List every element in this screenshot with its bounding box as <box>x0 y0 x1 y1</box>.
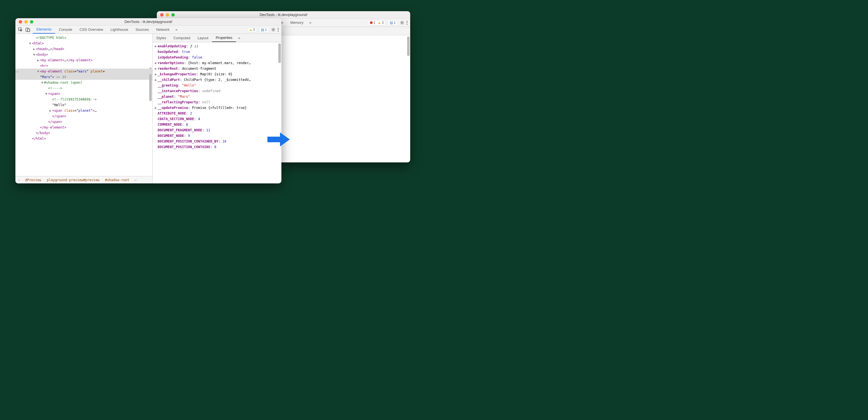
titlebar: DevTools - lit.dev/playground/ <box>16 18 281 26</box>
tab-elements[interactable]: Elements <box>33 26 55 34</box>
dom-node[interactable]: </span> <box>16 113 152 119</box>
breadcrumb-bar: ⋯dPreviewplayground-preview#preview#shad… <box>16 176 152 183</box>
tab-css-overview[interactable]: CSS Overview <box>76 26 107 34</box>
dom-node[interactable]: </span> <box>16 119 152 125</box>
breadcrumb-item[interactable]: #shadow-root <box>102 178 132 182</box>
settings-icon[interactable] <box>400 21 404 25</box>
dom-node[interactable]: </html> <box>16 136 152 141</box>
scrollbar-thumb[interactable] <box>278 43 281 63</box>
device-icon[interactable] <box>26 27 30 32</box>
window-title: DevTools - lit.dev/playground/ <box>179 12 410 17</box>
close-traffic-light[interactable] <box>160 13 163 17</box>
messages-badge[interactable]: ▤1 <box>388 20 398 25</box>
svg-rect-7 <box>27 29 30 32</box>
tab-memory[interactable]: Memory <box>287 19 307 27</box>
traffic-lights <box>16 20 38 24</box>
property-row[interactable]: isUpdatePending: false <box>155 55 279 60</box>
property-row[interactable]: DOCUMENT_POSITION_CONTAINED_BY: 16 <box>155 139 279 144</box>
svg-point-4 <box>402 22 403 23</box>
window-title: DevTools - lit.dev/playground/ <box>38 20 281 24</box>
property-row[interactable]: __greeting: "Hello" <box>155 83 279 88</box>
property-row[interactable]: CDATA_SECTION_NODE: 4 <box>155 116 279 122</box>
dom-node[interactable]: ▼<my-element class="mars" planet= <box>16 69 152 74</box>
dom-node[interactable]: ▶<span class="planet">… <box>16 108 152 113</box>
property-row[interactable]: __instanceProperties: undefined <box>155 88 279 94</box>
kebab-menu-icon[interactable] <box>407 21 407 25</box>
property-row[interactable]: __reflectingProperty: null <box>155 99 279 105</box>
arrow-icon <box>268 131 290 148</box>
dom-node[interactable]: <hr> <box>16 63 152 69</box>
dom-node[interactable]: </body> <box>16 130 152 136</box>
property-row[interactable]: ▶_$changedProperties: Map(0) {size: 0} <box>155 71 279 77</box>
dom-node[interactable]: ▼<html> <box>16 40 152 46</box>
dom-node[interactable]: "Hello" <box>16 102 152 108</box>
dom-node[interactable]: <!----> <box>16 85 152 91</box>
property-row[interactable]: ATTRIBUTE_NODE: 2 <box>155 111 279 116</box>
settings-icon[interactable] <box>271 27 276 32</box>
dom-node[interactable]: "Mars"> == $0 <box>16 74 152 80</box>
property-row[interactable]: ▶__updatePromise: Promise {<fulfilled>: … <box>155 105 279 111</box>
kebab-menu-icon[interactable] <box>278 28 279 32</box>
inspect-icon[interactable] <box>18 27 23 32</box>
property-row[interactable]: hasUpdated: true <box>155 49 279 55</box>
dom-node[interactable]: ▼<span> <box>16 91 152 97</box>
properties-panel[interactable]: ▶enableUpdating: ƒ () hasUpdated: true i… <box>153 42 281 183</box>
tabs-more-icon[interactable]: » <box>307 21 314 25</box>
dom-node[interactable]: ▶<head>…</head> <box>16 46 152 52</box>
tab-console[interactable]: Console <box>55 26 76 34</box>
property-row[interactable]: ▶renderRoot: document-fragment <box>155 66 279 71</box>
error-badge[interactable]: 1 ▲3 <box>368 20 386 25</box>
message-icon: ▤ <box>261 28 264 32</box>
svg-point-9 <box>273 29 274 30</box>
tab-lighthouse[interactable]: Lighthouse <box>107 26 132 34</box>
subtabs-more-icon[interactable]: » <box>236 36 243 40</box>
message-icon: ▤ <box>390 21 393 25</box>
warning-icon: ▲ <box>378 21 381 24</box>
main-tabs: ElementsConsoleCSS OverviewLighthouseSou… <box>33 26 173 34</box>
dom-node[interactable]: </my-element> <box>16 125 152 130</box>
subtab-computed[interactable]: Computed <box>170 34 194 42</box>
tab-sources[interactable]: Sources <box>132 26 153 34</box>
close-traffic-light[interactable] <box>19 20 22 24</box>
breadcrumb-item[interactable]: dPreview <box>22 178 44 182</box>
dom-node[interactable]: <!--?lit$927534869$--> <box>16 97 152 102</box>
dom-node[interactable]: ▼<body> <box>16 52 152 57</box>
zoom-traffic-light[interactable] <box>172 13 175 17</box>
tab-network[interactable]: Network <box>153 26 173 34</box>
minimize-traffic-light[interactable] <box>24 20 28 24</box>
scrollbar-thumb[interactable] <box>407 36 410 56</box>
property-row[interactable]: DOCUMENT_FRAGMENT_NODE: 11 <box>155 127 279 133</box>
property-row[interactable]: ▶enableUpdating: ƒ () <box>155 43 279 49</box>
property-row[interactable]: __planet: "Mars" <box>155 94 279 99</box>
warnings-badge[interactable]: ▲3 <box>247 27 257 32</box>
breadcrumb-item[interactable]: playground-preview#preview <box>44 178 102 182</box>
breadcrumb-overflow-icon[interactable]: ⋯ <box>132 178 139 182</box>
zoom-traffic-light[interactable] <box>30 20 33 24</box>
property-row[interactable]: DOCUMENT_NODE: 9 <box>155 133 279 139</box>
titlebar: DevTools - lit.dev/playground/ <box>157 11 410 19</box>
messages-badge[interactable]: ▤1 <box>259 27 269 32</box>
dom-node[interactable]: ▶<my-element>…</my-element> <box>16 57 152 63</box>
property-row[interactable]: ▶renderOptions: {host: my-element.mars, … <box>155 60 279 66</box>
devtools-window-front: DevTools - lit.dev/playground/ ElementsC… <box>16 18 281 183</box>
traffic-lights <box>157 13 179 17</box>
dom-node[interactable]: <!DOCTYPE html> <box>16 35 152 40</box>
dom-node[interactable]: ▼#shadow-root (open) <box>16 80 152 85</box>
main-toolbar: ElementsConsoleCSS OverviewLighthouseSou… <box>16 26 281 34</box>
warning-icon: ▲ <box>249 28 252 31</box>
property-row[interactable]: DOCUMENT_POSITION_CONTAINS: 8 <box>155 144 279 150</box>
property-row[interactable]: COMMENT_NODE: 8 <box>155 122 279 127</box>
breadcrumb-overflow-icon[interactable]: ⋯ <box>16 178 22 182</box>
tabs-more-icon[interactable]: » <box>173 27 180 32</box>
minimize-traffic-light[interactable] <box>166 13 169 17</box>
property-row[interactable]: ▶__childPart: ChildPart {type: 2, _$comm… <box>155 77 279 83</box>
subtab-layout[interactable]: Layout <box>194 34 212 42</box>
right-subtabs: StylesComputedLayoutProperties» <box>153 34 281 42</box>
subtab-styles[interactable]: Styles <box>153 34 170 42</box>
subtab-properties[interactable]: Properties <box>212 34 236 42</box>
elements-tree[interactable]: <!DOCTYPE html> ▼<html> ▶<head>…</head> … <box>16 34 152 176</box>
